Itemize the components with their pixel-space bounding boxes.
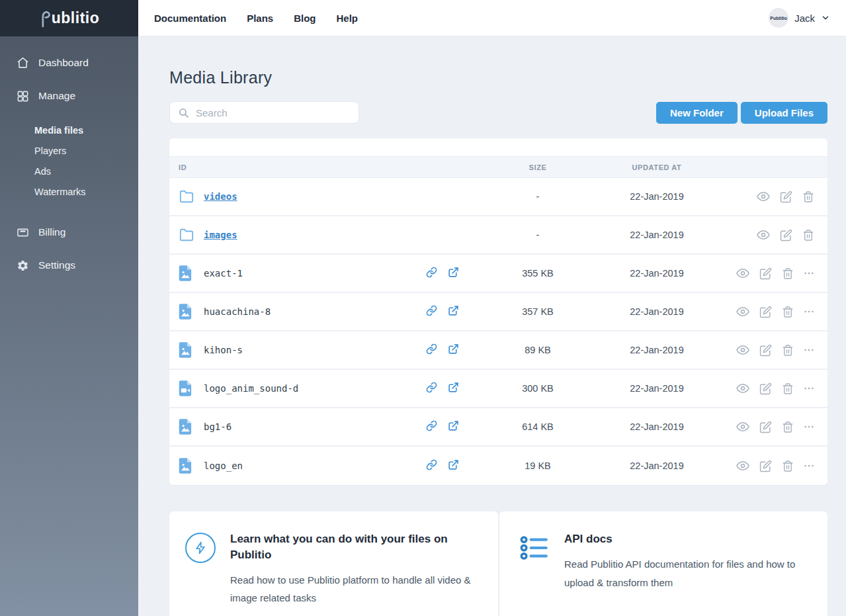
sidebar-item-manage[interactable]: Manage — [0, 87, 138, 105]
billing-icon — [17, 226, 29, 239]
file-name-huacachina-8[interactable]: huacachina-8 — [204, 306, 271, 317]
file-size: - — [495, 230, 581, 240]
image-file-icon — [179, 341, 192, 359]
nav-blog[interactable]: Blog — [294, 13, 316, 24]
folder-link-images[interactable]: images — [204, 230, 237, 240]
toolbar: New Folder Upload Files — [169, 101, 827, 124]
sidebar-item-settings[interactable]: Settings — [0, 256, 138, 275]
preview-eye-icon[interactable] — [736, 305, 749, 318]
logo-area: ublitio — [0, 0, 138, 36]
file-size: - — [495, 191, 581, 202]
preview-eye-icon[interactable] — [736, 459, 749, 472]
delete-trash-icon[interactable] — [802, 191, 814, 203]
edit-icon[interactable] — [759, 382, 772, 395]
table-row: images - 22-Jan-2019 — [169, 216, 827, 255]
api-docs-card[interactable]: API docs Read Publitio API documentation… — [499, 511, 827, 616]
updated-at: 22-Jan-2019 — [581, 461, 733, 471]
preview-eye-icon[interactable] — [736, 420, 749, 433]
copy-link-icon[interactable] — [426, 305, 437, 319]
preview-eye-icon[interactable] — [757, 228, 770, 242]
delete-trash-icon[interactable] — [782, 267, 794, 280]
preview-eye-icon[interactable] — [736, 343, 749, 357]
file-name-bg1-6[interactable]: bg1-6 — [204, 421, 232, 432]
preview-eye-icon[interactable] — [757, 190, 770, 203]
more-actions-icon[interactable] — [804, 383, 814, 394]
delete-trash-icon[interactable] — [802, 229, 814, 242]
publitio-logo-mark-icon — [39, 9, 51, 27]
edit-icon[interactable] — [759, 344, 772, 357]
column-header-size: SIZE — [495, 163, 581, 171]
edit-icon[interactable] — [759, 267, 772, 280]
open-external-icon[interactable] — [448, 343, 459, 357]
publitio-logo[interactable]: ublitio — [39, 9, 99, 27]
file-name-exact-1[interactable]: exact-1 — [204, 268, 243, 279]
open-external-icon[interactable] — [448, 267, 459, 281]
more-actions-icon[interactable] — [804, 268, 814, 279]
learn-card-text: Read how to use Publitio platform to han… — [230, 571, 478, 608]
user-menu[interactable]: Publitio Jack — [769, 8, 830, 28]
nav-plans[interactable]: Plans — [247, 13, 273, 24]
more-actions-icon[interactable] — [804, 345, 814, 355]
sidebar-item-billing[interactable]: Billing — [0, 223, 138, 242]
file-name-logo_en[interactable]: logo_en — [204, 461, 243, 471]
copy-link-icon[interactable] — [426, 267, 437, 281]
sidebar-item-ads[interactable]: Ads — [34, 161, 138, 181]
file-size: 355 KB — [495, 268, 581, 279]
edit-icon[interactable] — [759, 306, 772, 318]
folder-icon — [179, 189, 194, 204]
more-actions-icon[interactable] — [804, 421, 814, 432]
open-external-icon[interactable] — [448, 382, 459, 396]
grid-icon — [17, 90, 29, 103]
sidebar-item-dashboard[interactable]: Dashboard — [0, 54, 138, 72]
copy-link-icon[interactable] — [426, 459, 437, 473]
table-row: exact-1 355 KB 22-Jan-2019 — [169, 255, 827, 293]
api-list-icon — [519, 533, 550, 563]
new-folder-button[interactable]: New Folder — [656, 102, 738, 124]
table-header: ID SIZE UPDATED AT — [169, 156, 827, 178]
delete-trash-icon[interactable] — [782, 344, 794, 357]
table-row: kihon-s 89 KB 22-Jan-2019 — [169, 331, 827, 370]
sidebar-item-watermarks[interactable]: Watermarks — [34, 181, 138, 202]
open-external-icon[interactable] — [448, 305, 459, 319]
copy-link-icon[interactable] — [426, 343, 437, 357]
updated-at: 22-Jan-2019 — [581, 230, 733, 240]
edit-icon[interactable] — [759, 460, 772, 472]
column-header-updated-at: UPDATED AT — [581, 163, 733, 171]
search-box — [169, 101, 359, 124]
more-actions-icon[interactable] — [804, 306, 814, 317]
copy-link-icon[interactable] — [426, 382, 437, 396]
logo-text: ublitio — [52, 11, 99, 27]
search-input[interactable] — [196, 107, 351, 118]
open-external-icon[interactable] — [448, 459, 459, 473]
delete-trash-icon[interactable] — [782, 382, 794, 395]
learn-card[interactable]: Learn what you can do with your files on… — [169, 511, 498, 616]
delete-trash-icon[interactable] — [782, 306, 794, 318]
sidebar-item-media-files[interactable]: Media files — [34, 120, 138, 140]
preview-eye-icon[interactable] — [736, 267, 749, 280]
preview-eye-icon[interactable] — [736, 382, 749, 395]
delete-trash-icon[interactable] — [782, 421, 794, 433]
copy-link-icon[interactable] — [426, 420, 437, 434]
open-external-icon[interactable] — [448, 420, 459, 434]
edit-icon[interactable] — [780, 229, 792, 242]
media-table: ID SIZE UPDATED AT videos — [169, 138, 827, 485]
nav-help[interactable]: Help — [337, 13, 359, 24]
home-icon — [17, 57, 29, 69]
edit-icon[interactable] — [759, 421, 772, 433]
video-file-icon — [179, 380, 192, 397]
api-docs-card-text: Read Publitio API documentation for file… — [564, 555, 808, 592]
delete-trash-icon[interactable] — [782, 460, 794, 472]
folder-link-videos[interactable]: videos — [204, 191, 237, 202]
edit-icon[interactable] — [780, 191, 792, 203]
nav-documentation[interactable]: Documentation — [154, 13, 226, 24]
sidebar-item-players[interactable]: Players — [34, 140, 138, 161]
file-name-logo_anim_sound-d[interactable]: logo_anim_sound-d — [204, 383, 298, 394]
more-actions-icon[interactable] — [804, 461, 814, 471]
table-row: huacachina-8 357 KB 22-Jan-2019 — [169, 293, 827, 331]
upload-files-button[interactable]: Upload Files — [741, 102, 827, 124]
user-name: Jack — [794, 13, 815, 24]
file-size: 19 KB — [495, 461, 581, 471]
file-name-kihon-s[interactable]: kihon-s — [204, 345, 243, 355]
updated-at: 22-Jan-2019 — [581, 383, 733, 394]
gear-icon — [17, 259, 29, 272]
